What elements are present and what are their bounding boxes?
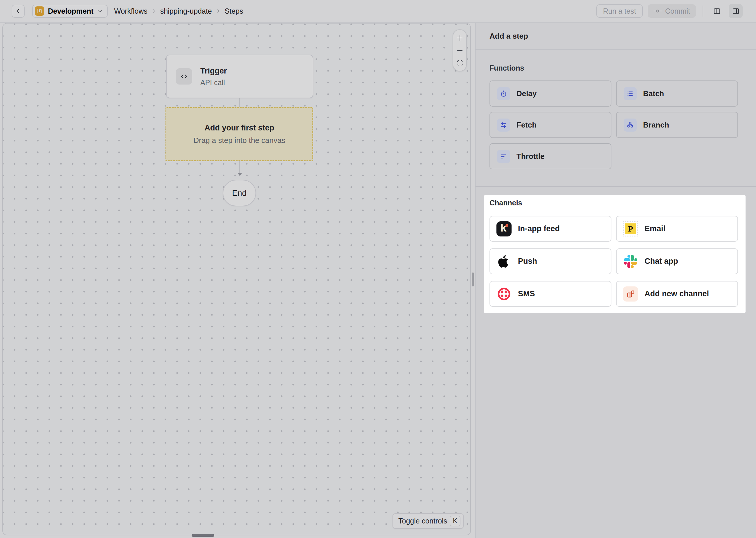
toggle-controls-button[interactable]: Toggle controls K xyxy=(393,513,464,529)
breadcrumb-workflows[interactable]: Workflows xyxy=(114,7,148,15)
functions-section-label: Functions xyxy=(490,64,524,72)
toggle-right-panel-button[interactable] xyxy=(729,4,743,18)
chevron-down-icon xyxy=(97,8,103,14)
fit-view-icon xyxy=(456,59,464,67)
batch-list-icon xyxy=(624,87,637,100)
breadcrumb-chevron-icon xyxy=(215,8,221,14)
edge-connector xyxy=(240,98,240,107)
sidebar-title: Add a step xyxy=(476,23,756,50)
function-card-branch[interactable]: Branch xyxy=(616,112,738,138)
canvas-zoom-controls xyxy=(452,29,467,72)
function-card-batch[interactable]: Batch xyxy=(616,81,738,107)
minus-icon xyxy=(456,47,464,54)
code-icon xyxy=(176,68,192,84)
zoom-out-button[interactable] xyxy=(455,46,465,55)
postmark-logo-icon: P xyxy=(623,221,638,237)
topbar-actions: Run a test Commit xyxy=(596,4,743,18)
add-step-sidebar: Add a step Functions Delay Batch Fetch B… xyxy=(475,23,756,538)
trigger-subtitle: API call xyxy=(200,78,227,87)
function-card-throttle[interactable]: Throttle xyxy=(490,143,611,169)
channel-card-sms[interactable]: SMS xyxy=(490,281,611,307)
breadcrumb-steps: Steps xyxy=(225,7,243,15)
back-button[interactable] xyxy=(12,5,25,18)
panel-right-icon xyxy=(732,7,740,15)
run-a-test-button[interactable]: Run a test xyxy=(596,4,643,18)
delay-stopwatch-icon xyxy=(497,87,510,100)
breadcrumb-chevron-icon xyxy=(151,8,157,14)
channel-card-push[interactable]: Push xyxy=(490,248,611,274)
workflow-canvas[interactable]: Trigger API call Add your first step Dra… xyxy=(2,23,471,535)
edge-arrowhead-icon xyxy=(237,173,242,176)
function-card-fetch[interactable]: Fetch xyxy=(490,112,611,138)
add-channel-blocks-icon xyxy=(623,287,638,301)
trigger-title: Trigger xyxy=(200,66,227,76)
twilio-logo-icon xyxy=(496,287,511,301)
channels-spotlight-panel: Channels k In-app feed P Email Push xyxy=(484,195,745,313)
environment-selector[interactable]: Development xyxy=(32,5,108,18)
channels-section-label: Channels xyxy=(490,199,522,207)
horizontal-scrollbar-thumb[interactable] xyxy=(192,534,214,537)
apple-logo-icon xyxy=(496,254,511,269)
sidebar-section-divider xyxy=(476,186,756,187)
chevron-left-icon xyxy=(15,7,22,15)
keyboard-shortcut-badge: K xyxy=(450,515,460,526)
channel-card-chat-app[interactable]: Chat app xyxy=(616,248,738,274)
add-first-step-dropzone[interactable]: Add your first step Drag a step into the… xyxy=(165,107,313,161)
panel-left-icon xyxy=(713,7,721,15)
zoom-in-button[interactable] xyxy=(455,33,465,43)
toggle-left-panel-button[interactable] xyxy=(710,4,724,18)
functions-grid: Delay Batch Fetch Branch Throttle xyxy=(490,81,738,169)
slack-logo-icon xyxy=(623,254,638,269)
channel-card-in-app-feed[interactable]: k In-app feed xyxy=(490,216,611,242)
environment-folder-icon xyxy=(35,6,44,16)
dropzone-subtitle: Drag a step into the canvas xyxy=(193,136,285,145)
edge-connector xyxy=(240,161,240,173)
dropzone-title: Add your first step xyxy=(204,124,274,133)
vertical-scrollbar-thumb[interactable] xyxy=(472,273,474,287)
channels-grid: k In-app feed P Email Push xyxy=(490,216,738,307)
channel-card-email[interactable]: P Email xyxy=(616,216,738,242)
plus-icon xyxy=(456,34,464,42)
channel-card-add-new-channel[interactable]: Add new channel xyxy=(616,281,738,307)
commit-button[interactable]: Commit xyxy=(648,4,696,18)
trigger-node[interactable]: Trigger API call xyxy=(166,55,313,98)
fetch-arrows-icon xyxy=(497,119,510,132)
breadcrumb: Workflows shipping-update Steps xyxy=(114,7,243,15)
topbar: Development Workflows shipping-update St… xyxy=(0,0,756,23)
branch-tree-icon xyxy=(624,119,637,132)
throttle-lines-icon xyxy=(497,150,510,163)
function-card-delay[interactable]: Delay xyxy=(490,81,611,107)
environment-label: Development xyxy=(48,7,93,15)
end-node[interactable]: End xyxy=(223,180,256,206)
fit-view-button[interactable] xyxy=(455,58,465,68)
knock-logo-icon: k xyxy=(496,221,511,237)
breadcrumb-workflow-name[interactable]: shipping-update xyxy=(160,7,212,15)
topbar-divider xyxy=(703,6,703,17)
commit-icon xyxy=(653,9,662,13)
